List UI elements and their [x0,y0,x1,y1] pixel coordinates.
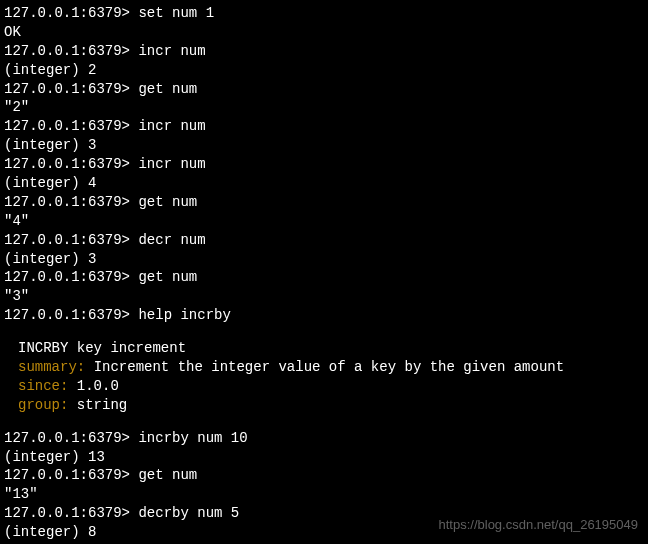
terminal-prompt: 127.0.0.1:6379> [4,118,138,134]
terminal-output-line: OK [4,23,644,42]
terminal-command-line: 127.0.0.1:6379> incr num [4,117,644,136]
terminal-prompt: 127.0.0.1:6379> [4,194,138,210]
terminal-command: help incrby [138,307,230,323]
terminal-command-line: 127.0.0.1:6379> get num [4,466,644,485]
terminal-command: set num 1 [138,5,214,21]
terminal-prompt: 127.0.0.1:6379> [4,156,138,172]
terminal-command: decr num [138,232,205,248]
terminal-command-line: 127.0.0.1:6379> get num [4,193,644,212]
terminal-prompt: 127.0.0.1:6379> [4,81,138,97]
terminal-command-line: 127.0.0.1:6379> help incrby [4,306,644,325]
help-summary: summary: Increment the integer value of … [4,358,644,377]
help-block: INCRBY key incrementsummary: Increment t… [4,339,644,415]
terminal-output-line: (integer) 3 [4,250,644,269]
terminal-prompt: 127.0.0.1:6379> [4,505,138,521]
terminal-command-line: 127.0.0.1:6379> set num 1 [4,4,644,23]
help-since-label: since: [4,378,77,394]
terminal-command: incr num [138,156,205,172]
help-since: since: 1.0.0 [4,377,644,396]
terminal-command-line: 127.0.0.1:6379> get num [4,80,644,99]
terminal-output[interactable]: 127.0.0.1:6379> set num 1OK127.0.0.1:637… [4,4,644,544]
help-syntax: INCRBY key increment [4,339,644,358]
terminal-prompt: 127.0.0.1:6379> [4,307,138,323]
terminal-command-line: 127.0.0.1:6379> incrby num 10 [4,429,644,448]
terminal-output-line: "3" [4,287,644,306]
terminal-command-line: 127.0.0.1:6379> get num [4,268,644,287]
terminal-command: get num [138,81,197,97]
terminal-prompt: 127.0.0.1:6379> [4,269,138,285]
terminal-output-line: "2" [4,98,644,117]
help-summary-label: summary: [4,359,94,375]
terminal-output-line: (integer) 3 [4,136,644,155]
terminal-command-line: 127.0.0.1:6379> incr num [4,155,644,174]
terminal-command: decrby num 5 [138,505,239,521]
watermark-text: https://blog.csdn.net/qq_26195049 [439,516,639,534]
terminal-command: incrby num 10 [138,430,247,446]
terminal-prompt: 127.0.0.1:6379> [4,467,138,483]
terminal-prompt: 127.0.0.1:6379> [4,430,138,446]
help-group: group: string [4,396,644,415]
terminal-prompt: 127.0.0.1:6379> [4,43,138,59]
help-summary-value: Increment the integer value of a key by … [94,359,564,375]
terminal-output-line: "4" [4,212,644,231]
terminal-command: incr num [138,43,205,59]
help-group-label: group: [4,397,77,413]
terminal-command-line: 127.0.0.1:6379> incr num [4,42,644,61]
terminal-output-line: (integer) 13 [4,448,644,467]
terminal-command: get num [138,467,197,483]
terminal-prompt: 127.0.0.1:6379> [4,232,138,248]
terminal-command-line: 127.0.0.1:6379> decr num [4,231,644,250]
terminal-command: incr num [138,118,205,134]
terminal-command: get num [138,194,197,210]
help-group-value: string [77,397,127,413]
terminal-command: get num [138,269,197,285]
terminal-prompt: 127.0.0.1:6379> [4,5,138,21]
terminal-output-line: (integer) 2 [4,61,644,80]
terminal-output-line: "13" [4,485,644,504]
help-since-value: 1.0.0 [77,378,119,394]
terminal-output-line: (integer) 4 [4,174,644,193]
